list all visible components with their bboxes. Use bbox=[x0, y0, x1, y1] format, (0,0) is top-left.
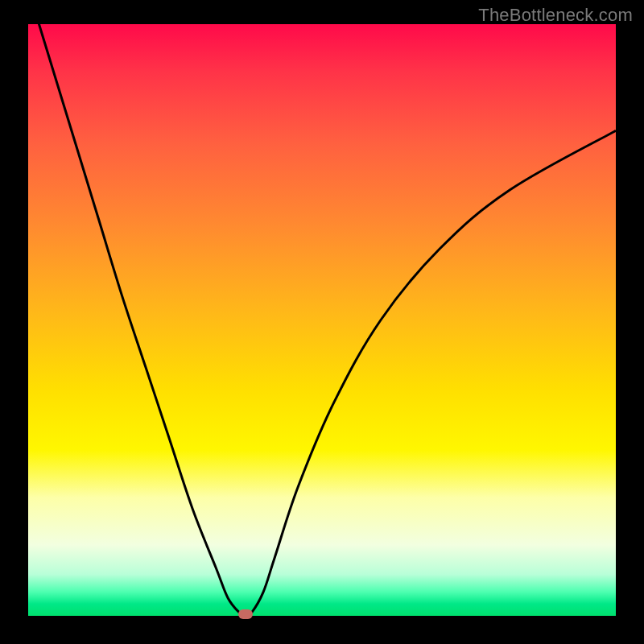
bottleneck-curve bbox=[28, 24, 616, 616]
watermark-text: TheBottleneck.com bbox=[478, 5, 633, 26]
chart-plot-area bbox=[28, 24, 616, 616]
minimum-marker bbox=[238, 609, 253, 619]
